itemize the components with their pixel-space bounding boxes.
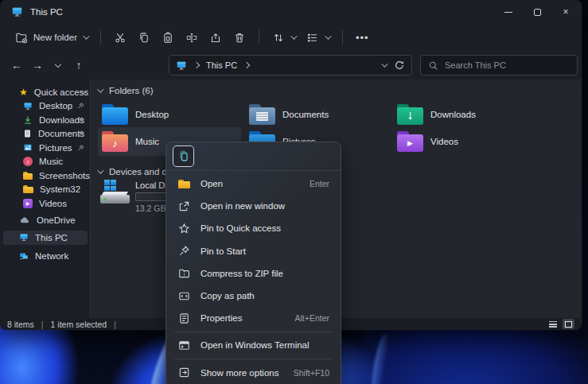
sidebar-item-desktop[interactable]: Desktop [0,99,90,114]
picture-icon [23,143,33,152]
toolbar-divider [259,30,259,45]
delete-button[interactable] [228,27,251,48]
folder-tile-videos[interactable]: ▶ Videos [393,127,536,156]
toolbar-divider [342,30,343,45]
copy-quick-action[interactable] [173,145,194,167]
copy-button[interactable] [132,27,156,48]
menu-item-open-in-new-window[interactable]: Open in new window [169,195,337,217]
minimize-button[interactable] [494,0,523,24]
show-more-icon [178,367,190,378]
download-icon [23,115,33,125]
tile-label: Desktop [135,110,169,119]
pin-icon [77,116,84,123]
cut-icon [114,32,127,44]
sidebar-item-pictures[interactable]: Pictures [0,141,90,155]
sidebar-item-this-pc[interactable]: This PC [3,231,88,245]
music-folder-icon: ♪ [102,131,128,152]
menu-item-label: Pin to Quick access [201,223,329,233]
sidebar-item-system32[interactable]: System32 [0,183,90,197]
zip-folder-icon [178,267,190,279]
menu-item-show-more-options[interactable]: Show more options Shift+F10 [169,362,337,384]
forward-button[interactable]: → [27,55,48,76]
menu-item-pin-to-start[interactable]: Pin to Start [169,240,337,262]
cut-button[interactable] [108,27,132,48]
menu-item-properties[interactable]: Properties Alt+Enter [169,307,337,329]
recent-locations-button[interactable] [48,55,68,76]
new-folder-icon [15,32,28,44]
search-input[interactable] [445,60,556,70]
star-outline-icon [178,223,190,235]
menu-item-open[interactable]: Open Enter [169,173,337,195]
sort-icon [272,32,285,44]
folder-icon [23,185,33,193]
hard-drive-icon [100,180,130,205]
paste-button[interactable] [156,27,180,48]
rename-icon [185,32,198,44]
pin-icon [77,103,84,110]
menu-item-label: Show more options [201,368,283,378]
menu-shortcut: Enter [310,179,329,188]
sidebar-item-videos[interactable]: ▶ Videos [0,196,90,211]
paste-icon [162,32,174,44]
sort-button[interactable] [267,27,301,48]
menu-item-label: Pin to Start [201,246,329,256]
new-folder-button[interactable]: New folder [10,27,93,48]
terminal-icon [178,339,190,351]
folder-tile-documents[interactable]: Documents [245,100,388,129]
downloads-folder-icon: ⭣ [397,104,423,125]
sidebar-item-downloads[interactable]: Downloads [0,113,90,127]
address-dropdown-icon[interactable] [381,60,387,67]
up-button[interactable]: ↑ [68,55,89,76]
menu-item-pin-to-quick-access[interactable]: Pin to Quick access [169,217,337,239]
large-thumbnails-view-toggle[interactable] [563,319,574,329]
copy-path-icon [178,290,190,302]
star-icon: ★ [19,87,28,98]
sidebar-item-label: Screenshots [39,171,90,180]
rename-button[interactable] [180,27,204,48]
folders-header-label: Folders (6) [109,86,154,95]
view-button[interactable] [301,27,335,48]
back-button[interactable]: ← [6,55,27,76]
chevron-down-icon [97,86,103,92]
share-button[interactable] [204,27,228,48]
breadcrumb-this-pc[interactable]: This PC [206,60,237,70]
sidebar-item-screenshots[interactable]: Screenshots [0,169,90,183]
menu-item-open-in-windows-terminal[interactable]: Open in Windows Terminal [169,334,337,356]
close-button[interactable]: × [551,0,580,24]
chevron-down-icon [83,33,89,39]
sidebar-item-onedrive[interactable]: OneDrive [0,214,90,228]
music-icon: ♪ [23,157,33,166]
folders-section-header[interactable]: Folders (6) [97,86,154,95]
chevron-right-icon[interactable] [243,62,250,68]
menu-item-label: Copy as path [201,291,329,301]
sidebar-item-label: Desktop [39,101,72,111]
chevron-down-icon [325,33,331,39]
chevron-down-icon [290,33,297,39]
menu-item-label: Properties [201,313,285,323]
address-bar[interactable]: This PC [169,55,412,76]
sidebar-item-quick-access[interactable]: ★ Quick access [0,85,90,99]
folder-open-icon [178,180,190,188]
chevron-down-icon [55,60,61,67]
search-box[interactable] [420,55,578,76]
selected-count: 1 item selected [51,320,107,329]
wallpaper-ribbon [368,333,391,384]
sidebar-item-documents[interactable]: Documents [0,127,90,142]
refresh-icon[interactable] [394,60,405,71]
see-more-button[interactable]: ••• [350,27,375,48]
folder-tile-downloads[interactable]: ⭣ Downloads [393,100,536,129]
pin-icon [77,130,84,138]
chevron-right-icon [193,62,200,68]
details-view-toggle[interactable] [547,319,559,329]
folder-tile-desktop[interactable]: Desktop [98,100,241,129]
sidebar-item-music[interactable]: ♪ Music [0,155,90,169]
menu-item-label: Open in Windows Terminal [201,340,329,350]
menu-item-copy-as-path[interactable]: Copy as path [169,285,337,307]
sidebar-item-label: Network [35,251,68,261]
menu-item-compress-to-zip[interactable]: Compress to ZIP file [169,262,337,285]
maximize-button[interactable] [523,0,551,24]
context-menu: Open Enter Open in new window Pin to Qui… [165,142,341,384]
pin-icon [77,144,84,151]
menu-shortcut: Shift+F10 [294,368,329,378]
sidebar-item-network[interactable]: Network [0,250,90,264]
